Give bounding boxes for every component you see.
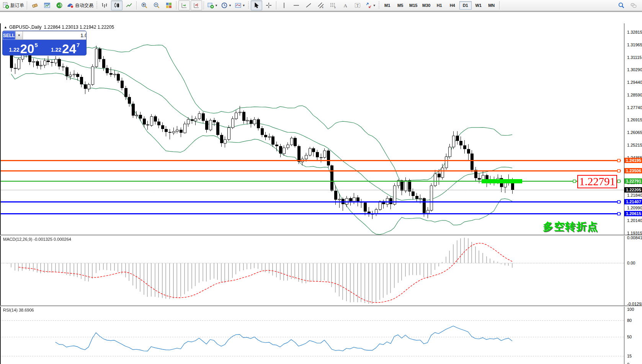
svg-text:T: T bbox=[356, 3, 359, 8]
volume-stepper: ▼ ▲ bbox=[15, 31, 86, 40]
search-icon bbox=[618, 2, 625, 9]
collapse-trade-panel-arrow[interactable]: ▲ bbox=[4, 25, 7, 29]
rsi-scale-label: 50 bbox=[627, 335, 632, 339]
chart-symbol-title: GBPUSD-,Daily bbox=[9, 24, 42, 30]
bar-chart-icon bbox=[101, 2, 108, 9]
separator bbox=[176, 1, 177, 10]
sell-button[interactable]: SELL bbox=[3, 31, 15, 40]
volume-decrease-button[interactable]: ▼ bbox=[15, 31, 23, 40]
cursor-icon bbox=[253, 2, 260, 9]
signal-icon bbox=[56, 2, 63, 9]
periods-dropdown[interactable]: ▼ bbox=[220, 0, 233, 10]
rsi-panel-divider[interactable] bbox=[0, 305, 642, 307]
sell-price-small: 1.22 bbox=[9, 47, 20, 53]
level-price-badge: 1.22791 bbox=[624, 178, 642, 184]
zoom-in-button[interactable] bbox=[139, 0, 150, 10]
timeframe-button-h1[interactable]: H1 bbox=[433, 1, 446, 10]
zoom-out-icon bbox=[153, 2, 160, 9]
buy-price-button[interactable]: 1.22 24 7 bbox=[45, 40, 87, 55]
text-tool-button[interactable]: A bbox=[340, 0, 351, 10]
macd-name: MACD(12,26,9) bbox=[3, 237, 32, 242]
timeframe-button-d1[interactable]: D1 bbox=[459, 1, 472, 10]
volume-input[interactable] bbox=[23, 31, 86, 40]
price-tick: 1.26915 bbox=[627, 118, 642, 122]
level-price-badge: 1.24195 bbox=[624, 158, 642, 163]
toolbar-grip[interactable] bbox=[378, 2, 380, 9]
chat-button[interactable] bbox=[628, 0, 639, 10]
zoom-in-icon bbox=[141, 2, 148, 9]
chat-icon bbox=[630, 2, 637, 9]
timeframe-button-m15[interactable]: M15 bbox=[407, 1, 420, 10]
timeframe-button-m1[interactable]: M1 bbox=[381, 1, 394, 10]
annotation-text[interactable]: 多空转折点 bbox=[543, 220, 598, 233]
timeframe-button-h4[interactable]: H4 bbox=[446, 1, 459, 10]
equidistant-channel-icon: E bbox=[317, 2, 324, 9]
svg-text:A: A bbox=[343, 3, 347, 8]
channel-tool-button[interactable]: E bbox=[315, 0, 327, 10]
rsi-scale-label: 15 bbox=[627, 354, 632, 358]
new-order-button[interactable]: 新订单 bbox=[1, 0, 25, 10]
signals-button[interactable] bbox=[54, 0, 65, 10]
price-tick: 1.29440 bbox=[627, 80, 642, 85]
chart-window-icon bbox=[44, 2, 51, 9]
horizontal-line-tool-button[interactable] bbox=[291, 0, 302, 10]
price-tick: 1.31115 bbox=[627, 55, 642, 60]
tile-windows-button[interactable] bbox=[163, 0, 175, 10]
fibonacci-tool-button[interactable]: F bbox=[327, 0, 339, 10]
timeframe-button-mn[interactable]: MN bbox=[485, 1, 498, 10]
rsi-scale-label: 100 bbox=[627, 307, 634, 312]
timeframe-button-m30[interactable]: M30 bbox=[420, 1, 433, 10]
price-tick: 1.25215 bbox=[627, 143, 642, 147]
price-tick: 1.20990 bbox=[627, 206, 642, 210]
chart-window: ▲ GBPUSD-,Daily 1.22864 1.23013 1.21942 … bbox=[0, 11, 642, 364]
highlight-rectangle[interactable] bbox=[482, 179, 522, 183]
text-label-tool-button[interactable]: T bbox=[352, 0, 363, 10]
level-price-badge: 1.23506 bbox=[624, 168, 642, 173]
autotrading-label: 自动交易 bbox=[75, 2, 93, 9]
timeframe-button-m5[interactable]: M5 bbox=[394, 1, 407, 10]
toolbar-grip[interactable] bbox=[96, 2, 98, 9]
price-scale[interactable]: 1.328151.319651.311151.302901.294401.285… bbox=[624, 23, 642, 364]
chart-ohlc-values: 1.22864 1.23013 1.21942 1.22205 bbox=[44, 24, 114, 30]
vertical-line-tool-button[interactable] bbox=[278, 0, 290, 10]
buy-price-small: 1.22 bbox=[51, 47, 61, 53]
price-tick: 1.31965 bbox=[627, 42, 642, 47]
macd-panel-divider[interactable] bbox=[0, 235, 642, 236]
templates-dropdown[interactable]: ▼ bbox=[234, 0, 247, 10]
candlestick-chart-button[interactable] bbox=[111, 0, 123, 10]
trendline-tool-button[interactable] bbox=[303, 0, 314, 10]
clock-icon bbox=[221, 2, 228, 9]
bar-chart-button[interactable] bbox=[99, 0, 110, 10]
chart-canvas[interactable] bbox=[0, 12, 642, 364]
toolbar-right-group bbox=[615, 0, 640, 10]
eraser-icon-button[interactable] bbox=[29, 0, 41, 10]
new-chart-dropdown[interactable]: ▼ bbox=[206, 0, 219, 10]
svg-text:E: E bbox=[322, 6, 323, 8]
crosshair-tool-button[interactable] bbox=[263, 0, 274, 10]
level-price-badge: 1.20615 bbox=[624, 211, 642, 216]
separator bbox=[276, 1, 277, 10]
buy-price-big: 24 bbox=[62, 44, 76, 54]
line-chart-icon bbox=[126, 2, 132, 9]
buy-price-sup: 7 bbox=[77, 42, 80, 48]
tile-windows-icon bbox=[165, 2, 172, 9]
template-icon bbox=[235, 2, 242, 9]
chart-shift-icon bbox=[193, 2, 200, 9]
chevron-down-icon: ▼ bbox=[242, 4, 245, 7]
price-callout-label[interactable]: 1.22791 bbox=[577, 175, 617, 188]
zoom-out-button[interactable] bbox=[151, 0, 162, 10]
sell-price-button[interactable]: 1.22 20 5 bbox=[3, 40, 44, 55]
auto-scroll-button[interactable] bbox=[178, 0, 190, 10]
separator bbox=[204, 1, 204, 10]
chart-window-button[interactable] bbox=[41, 0, 53, 10]
toolbar-grip[interactable] bbox=[248, 2, 250, 9]
line-chart-button[interactable] bbox=[123, 0, 135, 10]
horizontal-line-icon bbox=[293, 2, 300, 9]
arrows-dropdown[interactable]: ▼ bbox=[364, 0, 377, 10]
timeframe-button-w1[interactable]: W1 bbox=[472, 1, 485, 10]
autotrading-button[interactable]: 自动交易 bbox=[66, 0, 95, 10]
chart-shift-button[interactable] bbox=[191, 0, 202, 10]
cursor-tool-button[interactable] bbox=[251, 0, 262, 10]
rsi-scale-label: 80 bbox=[627, 318, 632, 323]
search-button[interactable] bbox=[616, 0, 627, 10]
